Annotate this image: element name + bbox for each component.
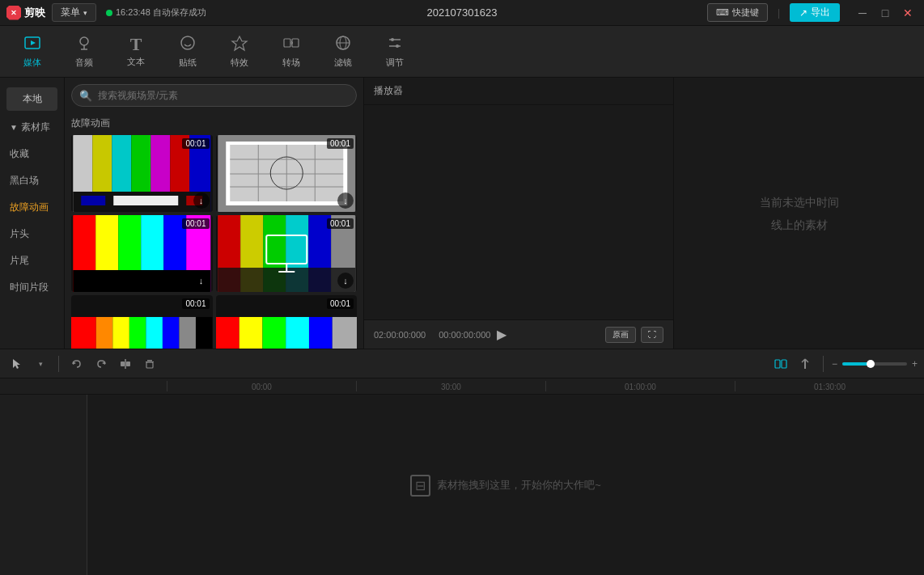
svg-rect-57	[112, 317, 129, 349]
sidebar-item-opener[interactable]: 片头	[0, 221, 64, 247]
preview-area: 播放器 02:00:00:000 00:00:00:000 ▶ 原画 ⛶	[364, 78, 673, 349]
media-thumb-1[interactable]: 00:01 ↓	[71, 135, 213, 212]
svg-marker-6	[232, 36, 247, 50]
snap-button[interactable]	[771, 354, 790, 374]
toolbar-item-audio[interactable]: 音频	[58, 29, 110, 74]
thumb-3-download[interactable]: ↓	[193, 273, 210, 289]
preview-screen	[364, 105, 673, 319]
text-icon: T	[130, 36, 142, 53]
project-name: 202107301623	[427, 6, 498, 19]
undo-button[interactable]	[67, 354, 87, 374]
ruler-mark-1: 30:00	[356, 381, 545, 391]
no-material-text: 当前未选中时间线上的素材	[760, 191, 839, 236]
align-button[interactable]	[795, 354, 815, 374]
delete-button[interactable]	[140, 354, 159, 374]
toolbar-item-text[interactable]: T 文本	[110, 29, 162, 74]
zoom-slider[interactable]	[842, 362, 907, 366]
search-area: 🔍	[65, 78, 363, 113]
thumb-1-download[interactable]: ↓	[193, 192, 210, 209]
split-button[interactable]	[116, 354, 135, 374]
redo-button[interactable]	[91, 354, 111, 374]
app-name: 剪映	[24, 6, 45, 20]
right-panel: 当前未选中时间线上的素材	[673, 78, 924, 349]
play-button[interactable]: ▶	[497, 327, 507, 342]
svg-rect-59	[146, 317, 163, 349]
svg-rect-58	[129, 317, 146, 349]
timeline-track-sidebar	[0, 395, 87, 575]
sidebar-item-ending[interactable]: 片尾	[0, 247, 64, 274]
shortcut-button[interactable]: ⌨ 快捷键	[707, 3, 768, 22]
toolbar-item-sticker[interactable]: 贴纸	[162, 29, 214, 74]
timeline-ruler: 00:00 30:00 01:00:00 01:30:00	[0, 378, 924, 395]
toolbar-item-filter[interactable]: 滤镜	[317, 29, 369, 74]
timeline-tracks[interactable]: ⊟ 素材拖拽到这里，开始你的大作吧~	[87, 395, 924, 575]
menu-label: 菜单	[61, 6, 80, 19]
maximize-button[interactable]: □	[875, 3, 895, 23]
svg-rect-68	[332, 317, 357, 349]
timeline: ▾ − +	[0, 349, 924, 575]
toolbar-item-transition[interactable]: 转场	[265, 29, 317, 74]
left-sidebar: 本地 ▼ 素材库 收藏 黑白场 故障动画 片头 片尾 时间片段	[0, 78, 65, 349]
search-input[interactable]	[71, 84, 357, 107]
export-button[interactable]: ↗ 导出	[790, 3, 840, 22]
thumb-2-download[interactable]: ↓	[337, 192, 354, 209]
media-thumb-5[interactable]: 00:01 ↓	[71, 295, 213, 349]
svg-point-5	[181, 36, 194, 49]
effect-icon	[231, 34, 248, 54]
local-button[interactable]: 本地	[6, 87, 57, 111]
cursor-button[interactable]	[6, 354, 26, 374]
toolbar: 媒体 音频 T 文本 贴纸 特效 转场 滤镜 调	[0, 26, 924, 78]
opener-label: 片头	[10, 227, 29, 241]
svg-marker-1	[31, 40, 36, 45]
blackwhite-label: 黑白场	[10, 174, 39, 188]
toolbar-item-effect[interactable]: 特效	[214, 29, 265, 74]
svg-rect-72	[121, 361, 125, 366]
save-text: 16:23:48 自动保存成功	[116, 6, 206, 19]
menu-button[interactable]: 菜单 ▾	[52, 3, 96, 22]
filter-icon	[334, 34, 352, 54]
favorites-label: 收藏	[10, 147, 29, 161]
toolbar-filter-label: 滤镜	[334, 57, 352, 69]
media-icon	[23, 34, 41, 54]
svg-point-15	[396, 44, 399, 48]
minimize-button[interactable]: ─	[853, 3, 872, 23]
thumb-4-download[interactable]: ↓	[337, 273, 354, 289]
svg-rect-64	[239, 317, 262, 349]
sidebar-item-library[interactable]: ▼ 素材库	[0, 114, 64, 141]
app-logo: ✕ 剪映	[6, 6, 45, 20]
save-dot-icon	[106, 10, 112, 16]
thumb-3-duration: 00:01	[182, 218, 209, 229]
cursor-dropdown[interactable]: ▾	[31, 354, 50, 374]
svg-rect-60	[163, 317, 180, 349]
media-thumb-2[interactable]: 00:01 ↓	[216, 135, 358, 212]
toolbar-sticker-label: 贴纸	[179, 57, 197, 69]
logo-icon: ✕	[6, 6, 21, 20]
media-thumb-6[interactable]: 00:01 ↓	[216, 295, 358, 349]
svg-rect-67	[308, 317, 332, 349]
library-label: 素材库	[21, 120, 50, 134]
transition-icon	[282, 34, 300, 54]
sidebar-item-blackwhite[interactable]: 黑白场	[0, 167, 64, 194]
media-thumb-3[interactable]: 00:01 ↓	[71, 215, 213, 292]
ruler-mark-3: 01:30:00	[735, 381, 924, 391]
sidebar-item-glitch[interactable]: 故障动画	[0, 194, 64, 221]
zoom-out-icon: −	[832, 358, 837, 370]
svg-rect-24	[81, 196, 105, 205]
media-thumb-4[interactable]: 00:01 ↓	[216, 215, 358, 292]
original-btn[interactable]: 原画	[605, 327, 636, 343]
svg-rect-77	[775, 360, 780, 368]
thumb-5-duration: 00:01	[182, 298, 209, 309]
sidebar-item-favorites[interactable]: 收藏	[0, 141, 64, 167]
toolbar-item-media[interactable]: 媒体	[6, 29, 58, 74]
toolbar-transition-label: 转场	[282, 57, 300, 69]
sidebar-item-timelapse[interactable]: 时间片段	[0, 274, 64, 301]
svg-rect-66	[286, 317, 309, 349]
toolbar-item-adjust[interactable]: 调节	[369, 29, 421, 74]
divider-1	[58, 356, 59, 372]
close-button[interactable]: ✕	[898, 3, 918, 23]
adjust-icon	[386, 34, 404, 54]
divider-2	[823, 356, 824, 372]
menu-chevron-icon: ▾	[83, 9, 87, 17]
ruler-mark-0: 00:00	[167, 381, 356, 391]
fullscreen-btn[interactable]: ⛶	[641, 327, 663, 343]
